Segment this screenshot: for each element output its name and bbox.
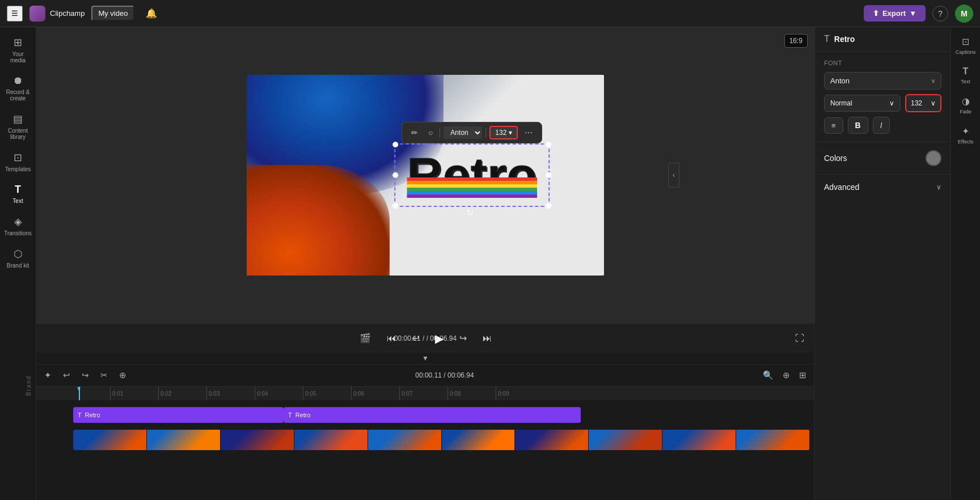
skip-end-button[interactable]: ⏭: [479, 330, 495, 347]
ruler-mark-3: 0:03: [206, 387, 219, 400]
menu-button[interactable]: ☰: [7, 6, 23, 22]
rotate-handle[interactable]: ↻: [467, 208, 477, 218]
transitions-icon: ◈: [14, 215, 22, 228]
text-clip-label-1: Retro: [85, 412, 100, 418]
time-total-value: 00:06.94: [430, 334, 457, 342]
video-thumb-8: [589, 430, 662, 450]
advanced-chevron: ∨: [936, 183, 941, 191]
sidebar-item-brand-kit[interactable]: ⬡ Brand kit: [2, 243, 34, 273]
sidebar-item-record-create[interactable]: ⏺ Record & create: [2, 70, 34, 106]
avatar[interactable]: M: [955, 5, 973, 23]
scissors-icon: ✂: [100, 370, 108, 380]
color-swatch[interactable]: [926, 150, 941, 166]
align-button[interactable]: ≡: [824, 117, 843, 134]
handle-bottom-left[interactable]: [392, 203, 398, 209]
magic-tool-button[interactable]: ✦: [41, 368, 55, 383]
ruler-mark-1: 0:01: [110, 387, 123, 400]
timeline-time-sep: /: [443, 371, 447, 379]
font-dropdown[interactable]: Anton ∨: [824, 72, 941, 90]
size-input[interactable]: 132 ∨: [905, 94, 941, 112]
text-clip-1[interactable]: T Retro: [73, 407, 284, 423]
fit-button[interactable]: ⊞: [796, 368, 810, 383]
content-library-icon: ▤: [13, 113, 23, 125]
timeline-collapse-button[interactable]: ▼: [422, 354, 429, 362]
right-sidebar-effects[interactable]: ✦ Effects: [953, 121, 978, 149]
redo-icon: ↪: [82, 370, 89, 380]
right-sidebar-captions[interactable]: ⊡ Captions: [953, 32, 978, 60]
handle-top-right[interactable]: [546, 142, 551, 147]
toolbar-divider: [440, 128, 440, 137]
timeline-zoom-controls: 🔍 ⊕ ⊞: [759, 368, 810, 383]
sidebar-item-content-library[interactable]: ▤ Content library: [2, 108, 34, 145]
text-overlay-container[interactable]: ✏ ○ Anton 132 ▾: [394, 143, 550, 207]
sidebar-item-your-media[interactable]: ⊞ Your media: [2, 32, 34, 68]
video-thumb-1: [73, 430, 147, 450]
video-strip[interactable]: [73, 430, 810, 450]
sidebar-label-templates: Templates: [5, 166, 31, 172]
video-thumb-6: [442, 430, 516, 450]
fullscreen-button[interactable]: ⛶: [792, 330, 808, 347]
style-dropdown[interactable]: Normal ∨: [824, 95, 901, 112]
edit-pen-button[interactable]: ✏: [408, 126, 421, 139]
help-button[interactable]: ?: [932, 6, 948, 22]
handle-middle-right[interactable]: [546, 172, 551, 178]
toolbar-size-display[interactable]: 132 ▾: [489, 126, 518, 139]
video-thumb-3: [221, 430, 294, 450]
toolbar-more-button[interactable]: ⋯: [521, 126, 536, 139]
skip-end-icon: ⏭: [483, 333, 492, 343]
handle-middle-left[interactable]: [392, 172, 398, 178]
right-sidebar-fade[interactable]: ◑ Fade: [953, 91, 978, 119]
bold-label: B: [855, 121, 861, 130]
redo-button[interactable]: ↪: [78, 368, 92, 383]
right-sidebar: ⊡ Captions T Text ◑ Fade ✦ Effects: [951, 27, 980, 500]
panel-header-title: Retro: [834, 35, 855, 44]
app-logo[interactable]: Clipchamp: [29, 6, 85, 22]
scissors-button[interactable]: ✂: [97, 368, 111, 383]
circle-button[interactable]: ○: [425, 126, 436, 139]
forward5-button[interactable]: ↪: [456, 329, 470, 347]
smoke-orange: [247, 165, 390, 276]
timeline-playhead[interactable]: [79, 387, 80, 400]
bold-button[interactable]: B: [848, 117, 868, 134]
video-thumb-7: [515, 430, 589, 450]
sidebar-item-transitions[interactable]: ◈ Transitions: [2, 211, 34, 241]
advanced-section[interactable]: Advanced ∨: [815, 175, 951, 200]
captions-label: Captions: [956, 49, 976, 55]
toolbar-font-select[interactable]: Anton: [443, 126, 482, 139]
zoom-out-button[interactable]: 🔍: [759, 368, 777, 383]
collapse-panel-button[interactable]: ‹: [668, 163, 679, 188]
handle-bottom-right[interactable]: [546, 203, 551, 209]
video-thumb-2: [147, 430, 221, 450]
effects-label: Effects: [958, 139, 973, 145]
undo-button[interactable]: ↩: [60, 368, 74, 383]
toolbar-divider-2: [485, 128, 486, 137]
text-toolbar: ✏ ○ Anton 132 ▾: [402, 122, 542, 143]
right-sidebar-text[interactable]: T Text: [953, 62, 978, 89]
screenshot-icon: 🎬: [360, 333, 371, 343]
font-dropdown-chevron: ∨: [931, 78, 935, 84]
colors-section: Colors: [815, 142, 951, 175]
panel-header-icon: T: [824, 34, 830, 44]
screenshot-button[interactable]: 🎬: [356, 329, 374, 347]
advanced-label: Advanced: [824, 183, 859, 192]
video-title[interactable]: My video: [91, 6, 134, 21]
timeline-time-total: 00:06.94: [447, 371, 474, 379]
zoom-out-icon: 🔍: [763, 370, 774, 380]
zoom-in-button[interactable]: ⊕: [779, 368, 793, 383]
export-button[interactable]: ⬆ Export ▼: [864, 5, 926, 22]
layer-button[interactable]: ⊕: [116, 368, 130, 383]
video-thumb-4: [294, 430, 368, 450]
ruler-mark-8: 0:08: [447, 387, 461, 400]
panel-header: T Retro: [815, 27, 951, 52]
handle-top-left[interactable]: [392, 142, 398, 147]
sidebar-item-text[interactable]: T Text: [2, 179, 34, 209]
export-label: Export: [882, 9, 906, 18]
fit-icon: ⊞: [799, 370, 806, 380]
sidebar-item-templates[interactable]: ⊡ Templates: [2, 147, 34, 177]
timeline-collapse-row[interactable]: ▼: [36, 353, 814, 364]
timeline-time-display: 00:00.11 / 00:06.94: [134, 371, 755, 379]
text-clip-2[interactable]: T Retro: [284, 407, 581, 423]
time-separator: /: [423, 334, 424, 342]
italic-button[interactable]: I: [873, 117, 890, 134]
video-thumb-5: [368, 430, 442, 450]
